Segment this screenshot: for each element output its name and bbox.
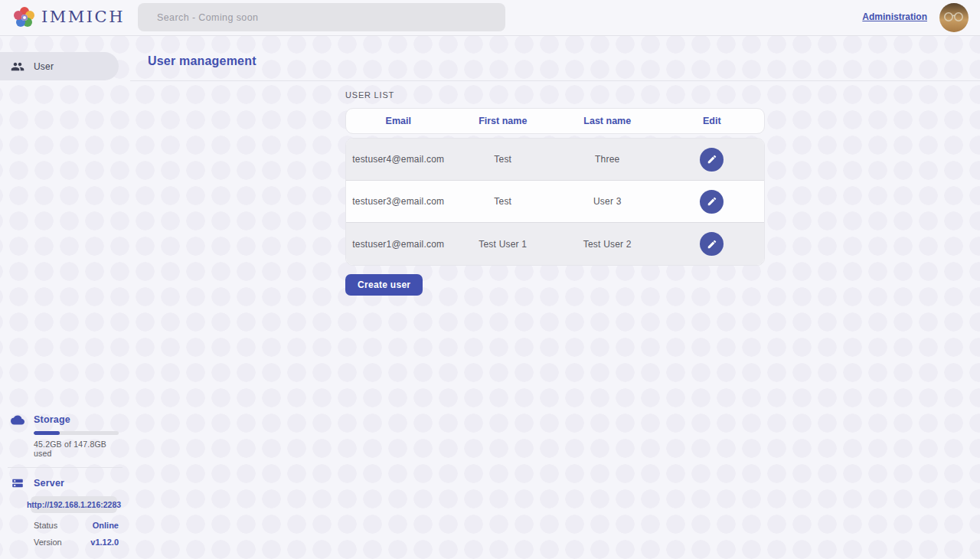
- cell-first-name: Test: [451, 196, 556, 207]
- main-area: User management USER LIST Email First na…: [130, 36, 980, 559]
- cell-email: testuser4@email.com: [346, 154, 451, 165]
- status-value: Online: [93, 521, 119, 530]
- storage-progress-fill: [34, 431, 60, 435]
- edit-user-button[interactable]: [700, 190, 724, 214]
- administration-link[interactable]: Administration: [862, 11, 927, 22]
- immich-logo-icon: [14, 7, 34, 28]
- storage-progress-bar: [34, 431, 119, 435]
- header-edit: Edit: [660, 116, 765, 126]
- cell-email: testuser3@email.com: [346, 196, 451, 207]
- sidebar-item-label: User: [34, 61, 54, 72]
- cell-edit: [660, 148, 765, 172]
- cell-last-name: User 3: [555, 196, 660, 207]
- create-user-button[interactable]: Create user: [345, 274, 423, 296]
- table-row: testuser1@email.com Test User 1 Test Use…: [346, 223, 764, 265]
- storage-panel: Storage 45.2GB of 147.8GB used: [11, 414, 119, 458]
- cell-email: testuser1@email.com: [346, 239, 451, 250]
- sidebar-item-user[interactable]: User: [0, 52, 119, 80]
- version-value: v1.12.0: [90, 538, 119, 547]
- server-icon: [11, 477, 24, 489]
- table-header: Email First name Last name Edit: [345, 108, 765, 134]
- storage-usage-text: 45.2GB of 147.8GB used: [34, 440, 119, 458]
- cell-first-name: Test User 1: [451, 239, 556, 250]
- header-last-name: Last name: [555, 116, 660, 126]
- brand: IMMICH: [14, 7, 125, 28]
- logo-center: [21, 15, 28, 21]
- sidebar-footer: Storage 45.2GB of 147.8GB used Server ht…: [0, 414, 130, 559]
- search-input[interactable]: [138, 3, 505, 31]
- user-table-body: testuser4@email.com Test Three testuser3…: [345, 138, 765, 266]
- version-label: Version: [34, 538, 62, 547]
- table-row: testuser3@email.com Test User 3: [346, 181, 764, 223]
- server-status-row: Status Online: [34, 521, 119, 530]
- cell-first-name: Test: [451, 154, 556, 165]
- edit-user-button[interactable]: [700, 232, 724, 256]
- pencil-icon: [707, 196, 717, 207]
- users-icon: [11, 60, 24, 74]
- section-label: USER LIST: [345, 90, 765, 100]
- pencil-icon: [707, 239, 717, 250]
- cell-last-name: Test User 2: [555, 239, 660, 250]
- cell-last-name: Three: [555, 154, 660, 165]
- server-url-chip: http://192.168.1.216:2283: [31, 496, 117, 513]
- storage-title: Storage: [34, 414, 70, 425]
- glasses-photo: [942, 11, 965, 22]
- title-bar: User management: [130, 36, 980, 81]
- status-label: Status: [34, 521, 57, 530]
- header-email: Email: [346, 116, 451, 126]
- page: IMMICH Administration User: [0, 0, 980, 559]
- page-title: User management: [148, 54, 980, 68]
- server-title: Server: [34, 478, 64, 489]
- cell-edit: [660, 232, 765, 256]
- server-panel: Server http://192.168.1.216:2283 Status …: [11, 477, 119, 547]
- header-first-name: First name: [451, 116, 556, 126]
- cell-edit: [660, 190, 765, 214]
- sidebar-divider: [8, 467, 122, 468]
- cloud-icon: [11, 415, 24, 425]
- pencil-icon: [707, 154, 717, 165]
- table-row: testuser4@email.com Test Three: [346, 139, 764, 181]
- top-bar: IMMICH Administration: [0, 0, 980, 36]
- edit-user-button[interactable]: [700, 148, 724, 172]
- user-avatar[interactable]: [939, 3, 969, 32]
- server-version-row: Version v1.12.0: [34, 538, 119, 547]
- brand-name: IMMICH: [41, 7, 125, 28]
- sidebar: User Storage 45.2GB of 147.8GB used: [0, 36, 130, 559]
- content: USER LIST Email First name Last name Edi…: [345, 90, 765, 296]
